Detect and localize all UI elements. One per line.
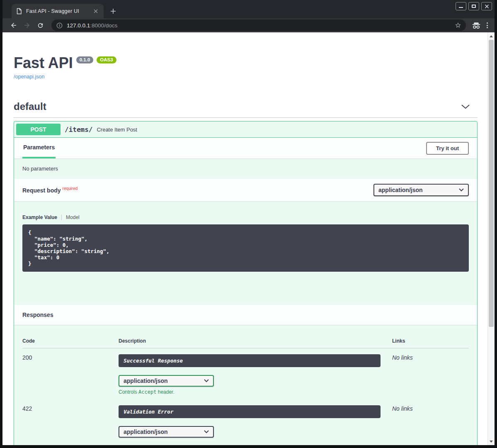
required-label: required [63, 186, 78, 191]
response-422-description: Validation Error [119, 405, 381, 418]
request-content-type-select[interactable]: application/json [373, 184, 469, 196]
tab-parameters[interactable]: Parameters [22, 138, 56, 158]
tab-strip: Fast API - Swagger UI [2, 0, 495, 18]
column-description: Description [119, 333, 392, 348]
response-content-type-select-422[interactable]: application/json [119, 426, 214, 438]
oas-badge: OAS3 [97, 56, 116, 63]
reload-icon [37, 22, 44, 29]
tag-name: default [14, 101, 46, 112]
browser-window: Fast API - Swagger UI [0, 0, 497, 448]
tab-model[interactable]: Model [61, 214, 80, 220]
back-arrow-icon [10, 22, 17, 29]
scrollbar[interactable] [487, 32, 495, 445]
request-body-title: Request bodyrequired [22, 186, 78, 194]
tab-close-icon[interactable] [92, 7, 99, 15]
tag-section-default[interactable]: default [14, 101, 478, 118]
chevron-down-icon [204, 430, 209, 433]
reload-button[interactable] [35, 20, 46, 31]
forward-arrow-icon [23, 22, 31, 29]
chevron-down-icon [204, 379, 209, 382]
scroll-up-arrow[interactable] [488, 33, 495, 39]
minimize-button[interactable] [456, 2, 466, 10]
method-badge: POST [16, 124, 61, 135]
response-200-description: Successful Response [119, 354, 381, 367]
back-button[interactable] [8, 20, 19, 31]
maximize-icon [472, 5, 476, 8]
maximize-button[interactable] [468, 2, 479, 10]
try-it-out-button[interactable]: Try it out [426, 142, 469, 155]
url-text: 127.0.0.1:8000/docs [67, 22, 450, 29]
scrollbar-thumb[interactable] [489, 40, 494, 327]
api-title-text: Fast API [14, 54, 73, 72]
page-viewport: Fast API 0.1.0 OAS3 /openapi.json defaul… [2, 32, 495, 445]
window-controls [456, 2, 492, 10]
close-button[interactable] [481, 2, 492, 10]
response-422-links: No links [392, 399, 469, 445]
responses-section: Code Description Links 200 Successful Re… [14, 325, 477, 445]
tab-title: Fast API - Swagger UI [26, 8, 88, 14]
response-422-description-cell: Validation Error application/json Exampl… [119, 399, 392, 445]
response-content-type-select-200[interactable]: application/json [119, 375, 214, 387]
browser-toolbar: 127.0.0.1:8000/docs [2, 18, 495, 32]
operation-summary[interactable]: POST /items/ Create Item Post [14, 122, 477, 138]
response-200-links: No links [392, 348, 469, 395]
bookmark-star-icon[interactable] [454, 22, 462, 29]
toolbar-right [472, 22, 490, 29]
controls-accept-note: Controls Accept header. [119, 389, 392, 395]
example-model-tabs: Example Value Model [22, 214, 469, 220]
response-code-422: 422 [22, 399, 119, 445]
chevron-down-icon [459, 188, 464, 192]
no-parameters-message: No parameters [14, 158, 477, 179]
response-200-description-cell: Successful Response application/json Con… [119, 348, 392, 395]
api-info: Fast API 0.1.0 OAS3 /openapi.json [14, 32, 478, 80]
responses-table: Code Description Links 200 Successful Re… [22, 333, 469, 445]
swagger-page: Fast API 0.1.0 OAS3 /openapi.json defaul… [2, 32, 487, 445]
site-info-icon[interactable] [56, 22, 63, 29]
new-tab-button[interactable] [107, 5, 119, 17]
page-title: Fast API 0.1.0 OAS3 [14, 54, 478, 72]
operation-path: /items/ [65, 126, 92, 134]
address-bar[interactable]: 127.0.0.1:8000/docs [51, 19, 466, 31]
browser-tab[interactable]: Fast API - Swagger UI [12, 4, 104, 18]
incognito-icon [472, 22, 481, 29]
openapi-json-link[interactable]: /openapi.json [14, 74, 44, 80]
request-body-header: Request bodyrequired application/json [14, 179, 477, 201]
request-body-section: Example Value Model { "name": "string", … [14, 201, 477, 305]
menu-icon[interactable] [487, 22, 488, 28]
opblock-post-items: POST /items/ Create Item Post Parameters… [14, 121, 478, 445]
chevron-down-icon[interactable] [461, 104, 470, 109]
close-icon [485, 4, 489, 9]
version-badge: 0.1.0 [76, 56, 94, 63]
column-code: Code [22, 333, 119, 348]
column-links: Links [392, 333, 469, 348]
operation-description: Create Item Post [97, 127, 137, 133]
parameters-header: Parameters Try it out [14, 138, 477, 158]
tab-example-value[interactable]: Example Value [22, 214, 61, 220]
forward-button[interactable] [22, 20, 32, 31]
minimize-icon [459, 7, 463, 8]
response-code-200: 200 [22, 348, 119, 395]
document-icon [16, 8, 22, 15]
scroll-down-arrow[interactable] [488, 438, 495, 445]
request-example-code: { "name": "string", "price": 0, "descrip… [22, 224, 469, 272]
responses-header: Responses [14, 305, 477, 325]
